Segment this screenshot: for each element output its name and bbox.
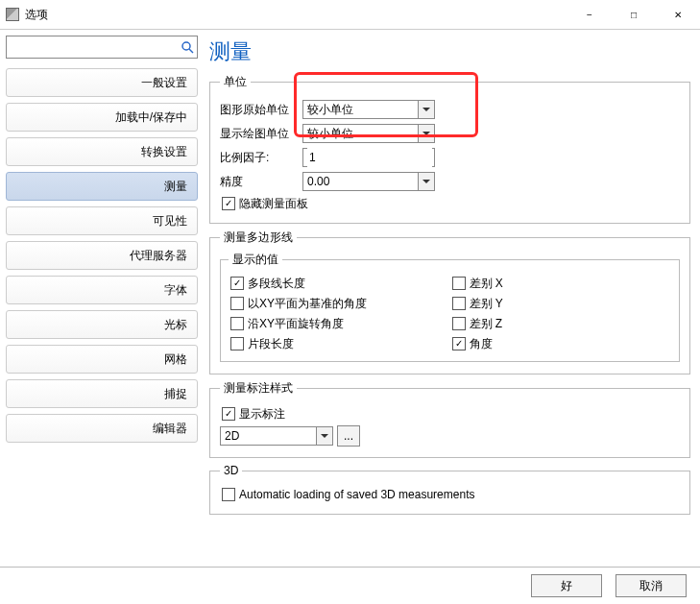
cancel-button[interactable]: 取消 [616,574,687,597]
group-polyline: 测量多边形线 显示的值 ✓多段线长度以XY平面为基准的角度沿XY平面旋转角度片段… [209,230,690,374]
sidebar-item-9[interactable]: 捕捉 [6,379,198,408]
poly-checkbox[interactable]: 片段长度 [230,335,450,352]
group-3d-legend: 3D [220,464,242,477]
app-icon [6,8,19,21]
sidebar-item-label: 网格 [164,351,187,368]
checkbox-icon: ✓ [452,337,466,350]
poly-checkbox-label: 片段长度 [248,336,294,352]
sidebar-item-label: 光标 [164,317,187,333]
ok-button[interactable]: 好 [531,574,602,597]
display-drawing-combo[interactable]: 较小单位 [302,124,435,143]
auto-load-label: Automatic loading of saved 3D measuremen… [239,488,474,501]
auto-load-checkbox[interactable]: Automatic loading of saved 3D measuremen… [222,486,680,503]
checkbox-icon [452,317,466,330]
sidebar-item-label: 一般设置 [141,75,187,91]
hide-panel-label: 隐藏测量面板 [239,196,308,212]
nav-list: 一般设置加载中/保存中转换设置测量可见性代理服务器字体光标网格捕捉编辑器 [6,68,198,443]
poly-checkbox[interactable]: 以XY平面为基准的角度 [230,295,450,312]
poly-checkbox[interactable]: 差别 X [452,275,672,292]
scale-factor-value[interactable] [307,148,432,167]
search-icon [180,39,195,55]
close-button[interactable]: ✕ [656,0,700,29]
drawing-original-value: 较小单位 [307,102,353,118]
scale-factor-input[interactable] [302,148,435,167]
chevron-down-icon [418,101,434,118]
drawing-original-label: 图形原始单位 [220,102,302,118]
page-title: 测量 [209,37,690,66]
group-display-values-legend: 显示的值 [229,252,282,268]
checkbox-icon [230,297,244,310]
poly-checkbox[interactable]: 差别 Z [452,315,672,332]
group-units-legend: 单位 [220,74,251,90]
group-style: 测量标注样式 ✓ 显示标注 2D ... [209,380,690,458]
show-annotation-checkbox[interactable]: ✓ 显示标注 [222,405,680,423]
search-input[interactable] [9,37,180,57]
sidebar-item-label: 加载中/保存中 [115,109,187,126]
chevron-down-icon [418,173,434,190]
svg-point-0 [182,42,190,50]
sidebar-item-label: 测量 [164,179,187,195]
checkbox-icon [230,317,244,330]
sidebar-item-label: 捕捉 [164,386,187,402]
maximize-button[interactable]: □ [612,0,656,29]
show-annotation-label: 显示标注 [239,406,285,423]
sidebar-item-2[interactable]: 转换设置 [6,137,198,166]
display-drawing-value: 较小单位 [307,126,353,142]
sidebar: 一般设置加载中/保存中转换设置测量可见性代理服务器字体光标网格捕捉编辑器 [0,30,202,568]
chevron-down-icon [418,125,434,142]
group-polyline-legend: 测量多边形线 [220,230,297,246]
group-3d: 3D Automatic loading of saved 3D measure… [209,464,690,515]
sidebar-item-10[interactable]: 编辑器 [6,414,198,443]
group-style-legend: 测量标注样式 [220,380,297,397]
poly-checkbox[interactable]: 沿XY平面旋转角度 [230,315,450,332]
sidebar-item-label: 编辑器 [153,421,187,437]
poly-checkbox-label: 差别 Z [470,316,503,332]
sidebar-item-6[interactable]: 字体 [6,276,198,304]
sidebar-item-7[interactable]: 光标 [6,310,198,339]
checkbox-icon [222,488,235,501]
sidebar-item-label: 字体 [164,282,187,299]
mode-value: 2D [225,429,239,443]
sidebar-item-label: 代理服务器 [130,248,187,264]
svg-line-1 [189,49,193,53]
checkbox-icon: ✓ [230,277,244,290]
mode-combo[interactable]: 2D [220,426,333,446]
sidebar-item-1[interactable]: 加载中/保存中 [6,103,198,132]
poly-checkbox[interactable]: ✓角度 [452,335,672,352]
poly-checkbox-label: 多段线长度 [248,276,305,292]
poly-checkbox[interactable]: 差别 Y [452,295,672,312]
poly-checkbox-label: 差别 X [470,276,503,292]
sidebar-item-4[interactable]: 可见性 [6,206,198,235]
poly-checkbox-label: 沿XY平面旋转角度 [248,316,344,332]
minimize-button[interactable]: − [567,0,612,29]
precision-combo[interactable]: 0.00 [302,172,435,191]
sidebar-item-label: 转换设置 [141,144,187,160]
checkbox-icon: ✓ [222,407,235,421]
checkbox-icon [452,277,466,290]
sidebar-item-label: 可见性 [153,213,187,230]
poly-checkbox-label: 以XY平面为基准的角度 [248,296,367,312]
hide-panel-checkbox[interactable]: ✓ 隐藏测量面板 [222,195,680,212]
checkbox-icon: ✓ [222,197,235,210]
footer: 好 取消 [0,567,700,604]
scale-factor-label: 比例因子: [220,150,302,166]
titlebar: 选项 − □ ✕ [0,0,700,30]
sidebar-item-0[interactable]: 一般设置 [6,68,198,97]
precision-value: 0.00 [307,175,329,188]
search-box[interactable] [6,36,198,59]
sidebar-item-5[interactable]: 代理服务器 [6,241,198,270]
display-drawing-label: 显示绘图单位 [220,126,302,142]
drawing-original-combo[interactable]: 较小单位 [302,100,435,119]
sidebar-item-3[interactable]: 测量 [6,172,198,201]
poly-checkbox-label: 角度 [470,336,493,352]
main-panel: 测量 单位 图形原始单位 较小单位 显示绘图单位 较小单位 比例因子: [202,30,700,568]
chevron-down-icon [316,427,332,445]
precision-label: 精度 [220,174,302,190]
group-units: 单位 图形原始单位 较小单位 显示绘图单位 较小单位 比例因子: [209,74,690,224]
checkbox-icon [230,337,244,350]
sidebar-item-8[interactable]: 网格 [6,345,198,374]
window-title: 选项 [25,7,48,23]
more-button[interactable]: ... [337,425,360,447]
group-display-values: 显示的值 ✓多段线长度以XY平面为基准的角度沿XY平面旋转角度片段长度 差别 X… [220,252,680,362]
poly-checkbox[interactable]: ✓多段线长度 [230,275,450,292]
